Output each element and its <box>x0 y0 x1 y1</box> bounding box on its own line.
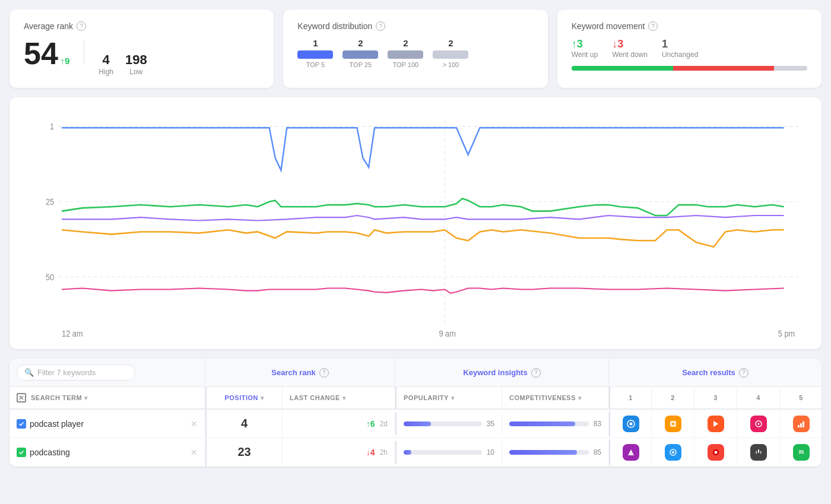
kd-label: Keyword distribution <box>297 21 372 31</box>
row1-change-val: ↑6 <box>366 419 375 429</box>
row1-popularity: 35 <box>395 413 502 435</box>
km-title: Keyword movement ? <box>572 21 807 31</box>
row2-remove-btn[interactable]: ✕ <box>191 448 198 457</box>
km-down-label: Went down <box>612 50 648 59</box>
row2-app3-icon <box>708 444 724 461</box>
search-results-label: Search results <box>682 368 735 377</box>
avg-rank-label: Average rank <box>24 21 73 31</box>
svg-point-11 <box>629 422 632 425</box>
search-rank-help-icon[interactable]: ? <box>319 368 329 378</box>
row2-checkbox[interactable] <box>17 448 26 457</box>
keyword-insights-label: Keyword insights <box>463 368 527 377</box>
row2-term: podcasting <box>30 448 70 457</box>
avg-rank-change: ↑9 <box>60 56 69 66</box>
row1-app1-icon <box>623 416 639 432</box>
row2-app5 <box>780 439 822 465</box>
km-unchanged-val: 1 <box>662 38 698 50</box>
popularity-sort[interactable]: ▾ <box>451 395 455 401</box>
search-results-help-icon[interactable]: ? <box>739 368 748 378</box>
row1-remove-btn[interactable]: ✕ <box>191 419 198 429</box>
row1-pop-bar-wrap: 35 <box>404 420 494 428</box>
row2-change-val: ↓4 <box>366 448 375 457</box>
row1-pop-num: 35 <box>487 420 494 428</box>
row2-last-change: ↓4 2h <box>283 440 395 464</box>
row2-comp-track <box>509 450 589 455</box>
row1-competitiveness: 83 <box>502 413 609 435</box>
position-sort[interactable]: ▾ <box>261 395 264 401</box>
row1-app5 <box>780 411 822 437</box>
table-row: podcast player ✕ 4 ↑6 2d 35 83 <box>9 410 822 438</box>
svg-text:9 am: 9 am <box>439 329 455 338</box>
avg-rank-sub: 4 High 198 Low <box>99 52 147 76</box>
row1-comp-track <box>509 421 589 426</box>
kd-bar <box>342 50 378 59</box>
average-rank-card: Average rank ? 54 ↑9 4 High 198 Low <box>9 9 274 88</box>
col-r2: 2 <box>652 387 694 408</box>
row1-search-term-cell: podcast player ✕ <box>9 412 205 436</box>
svg-text:5 pm: 5 pm <box>778 329 795 338</box>
search-term-col-label: SEARCH TERM <box>31 394 82 401</box>
kd-bar <box>297 50 333 59</box>
kd-help-icon[interactable]: ? <box>376 21 385 31</box>
row1-comp-fill <box>509 421 575 426</box>
keyword-insights-help-icon[interactable]: ? <box>531 368 541 378</box>
row2-app3 <box>694 439 737 465</box>
row2-comp-bar-wrap: 85 <box>509 448 601 457</box>
search-results-header: Search results ? <box>609 359 822 386</box>
chart-card: 1 25 50 12 am 9 am 5 pm <box>9 97 822 349</box>
kd-count: 1 <box>313 38 318 48</box>
km-items: ↑3 Went up ↓3 Went down 1 Unchanged <box>572 38 807 59</box>
kd-bar-group: 2 > 100 <box>433 38 468 68</box>
row1-term: podcast player <box>30 419 84 429</box>
km-label: Keyword movement <box>572 21 645 31</box>
row2-app2-icon <box>665 444 681 461</box>
row1-app2 <box>652 411 694 437</box>
filter-bar: 🔍 Filter 7 keywords <box>9 359 205 386</box>
row1-change-time: 2d <box>380 420 388 428</box>
chart-svg: 1 25 50 12 am 9 am 5 pm <box>24 114 807 340</box>
svg-text:50: 50 <box>46 272 54 282</box>
r1-col-label: 1 <box>629 394 633 401</box>
filter-placeholder: Filter 7 keywords <box>37 368 96 377</box>
avg-rank-value-group: 54 ↑9 <box>24 38 69 69</box>
row1-position: 4 <box>205 410 283 438</box>
km-help-icon[interactable]: ? <box>648 21 658 31</box>
row2-popularity: 10 <box>395 441 502 464</box>
row2-app1 <box>609 439 652 465</box>
svg-rect-25 <box>758 449 759 453</box>
row2-pop-fill <box>404 450 411 455</box>
avg-rank-help-icon[interactable]: ? <box>77 21 86 31</box>
avg-rank-high: 4 High <box>99 52 113 76</box>
row2-app5-icon <box>793 444 810 461</box>
position-col-label: POSITION <box>224 394 258 401</box>
km-up-label: Went up <box>572 50 598 59</box>
competitiveness-sort[interactable]: ▾ <box>578 395 582 401</box>
filter-input[interactable]: 🔍 Filter 7 keywords <box>17 364 135 381</box>
row1-checkbox[interactable] <box>17 419 26 429</box>
row2-search-term-cell: podcasting ✕ <box>9 440 205 464</box>
last-change-sort[interactable]: ▾ <box>342 395 346 401</box>
kd-count: 2 <box>358 38 363 48</box>
header-checkbox[interactable]: ✕ <box>17 393 26 402</box>
col-r5: 5 <box>780 387 822 408</box>
search-rank-header: Search rank ? <box>205 359 395 386</box>
row1-app2-icon <box>665 416 681 432</box>
r4-col-label: 4 <box>756 394 760 401</box>
kd-label: TOP 25 <box>350 61 372 68</box>
last-change-col-label: LAST CHANGE <box>290 394 340 401</box>
row2-app4 <box>737 439 780 465</box>
row2-pop-bar-wrap: 10 <box>404 448 494 457</box>
row1-comp-num: 83 <box>594 420 601 428</box>
row1-app4 <box>737 411 780 437</box>
kd-bar <box>388 50 423 59</box>
kd-bar-group: 2 TOP 100 <box>388 38 423 68</box>
row1-last-change: ↑6 2d <box>283 412 395 436</box>
avg-rank-high-num: 4 <box>103 52 110 68</box>
row1-app3 <box>694 411 737 437</box>
search-term-sort[interactable]: ▾ <box>84 395 88 401</box>
row2-app1-icon <box>623 444 639 461</box>
col-search-term: ✕ SEARCH TERM ▾ <box>9 387 205 408</box>
row2-comp-num: 85 <box>594 448 601 457</box>
svg-marker-20 <box>628 449 634 455</box>
row2-competitiveness: 85 <box>502 441 609 464</box>
